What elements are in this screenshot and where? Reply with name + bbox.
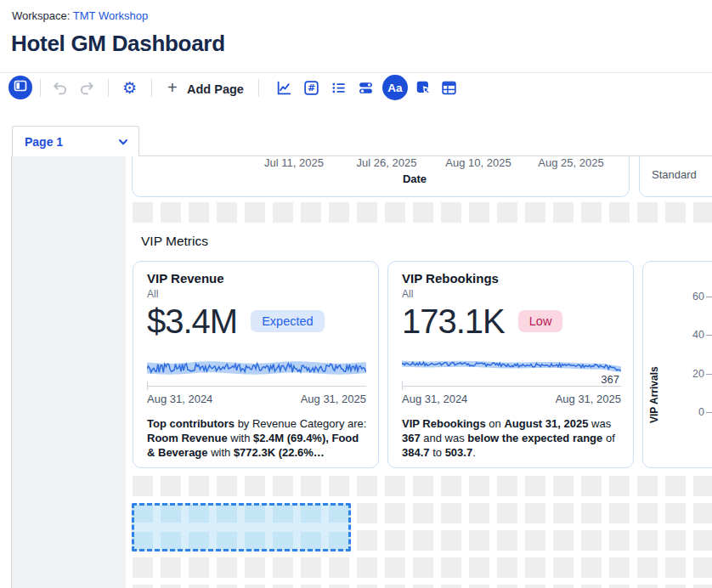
grid-cell — [497, 530, 517, 551]
y-axis-tick-mark — [706, 412, 712, 413]
chart-card-daily-vip-arrivals[interactable]: Daily VIP Arrivals VIP Arrivals 6040200 — [642, 261, 712, 468]
grid-cell — [497, 202, 517, 223]
grid-cell — [497, 503, 517, 523]
date-start: Aug 31, 2024 — [147, 393, 212, 405]
grid-cell — [413, 585, 433, 588]
grid-cell — [609, 202, 630, 223]
grid-cell — [357, 585, 377, 588]
grid-cell — [469, 503, 489, 523]
kpi-value: $3.4M — [147, 302, 237, 341]
grid-cell — [189, 476, 209, 496]
grid-cell — [441, 503, 461, 523]
grid-cell — [441, 476, 461, 496]
grid-cell — [301, 557, 321, 578]
grid-cell — [469, 585, 489, 588]
grid-cell — [553, 202, 574, 223]
grid-cell — [273, 202, 293, 223]
chart-title: Daily VIP Arrivals — [655, 271, 712, 286]
grid-cell — [329, 476, 349, 496]
y-axis-title: VIP Arrivals — [648, 296, 660, 423]
status-badge-low: Low — [518, 310, 563, 332]
grid-cell — [469, 202, 489, 223]
grid-cell — [469, 557, 489, 578]
grid-cell — [189, 557, 209, 578]
grid-cell — [553, 530, 574, 551]
grid-cell — [413, 202, 433, 223]
chevron-down-icon[interactable] — [116, 135, 130, 149]
left-gutter-panel — [12, 156, 126, 588]
grid-cell — [133, 476, 153, 496]
grid-cell — [469, 530, 489, 551]
grid-cell — [357, 476, 377, 496]
y-axis-tick-label: 20 — [675, 368, 704, 380]
kpi-description: VIP Rebookings on August 31, 2025 was 36… — [402, 416, 623, 460]
grid-cell — [637, 202, 658, 223]
grid-cell — [665, 476, 686, 496]
date-end: Aug 31, 2025 — [301, 393, 366, 405]
grid-cell — [329, 202, 349, 223]
grid-cell — [301, 476, 321, 496]
grid-cell — [217, 476, 237, 496]
grid-cell — [553, 585, 574, 588]
grid-cell — [245, 202, 265, 223]
kpi-card-vip-rebookings[interactable]: VIP Rebookings All 173.1K Low 367 Aug 31… — [387, 261, 634, 468]
grid-cell — [693, 503, 712, 523]
last-point-value: 367 — [601, 373, 619, 386]
grid-cell — [693, 530, 712, 551]
grid-cell — [525, 530, 545, 551]
grid-cell — [525, 503, 545, 523]
grid-cell — [385, 476, 405, 496]
status-badge-expected: Expected — [251, 310, 324, 332]
grid-cell — [693, 202, 712, 223]
grid-cell — [637, 557, 658, 578]
grid-cell — [217, 202, 237, 223]
kpi-card-vip-revenue[interactable]: VIP Revenue All $3.4M Expected Aug 31, 2… — [133, 261, 379, 468]
x-axis-tick: Aug 10, 2025 — [445, 156, 511, 169]
grid-cell — [497, 585, 517, 588]
tab-label: Page 1 — [25, 135, 116, 149]
grid-cell — [553, 476, 574, 496]
kpi-subtitle: All — [147, 288, 158, 300]
grid-cell — [245, 557, 265, 578]
grid-cell — [357, 530, 377, 551]
grid-cell — [637, 476, 658, 496]
grid-cell — [273, 476, 293, 496]
grid-cell — [665, 503, 686, 523]
grid-cell — [553, 557, 574, 578]
grid-cell — [525, 476, 545, 496]
x-axis-title: Date — [403, 172, 427, 185]
grid-cell — [357, 202, 377, 223]
grid-cell — [329, 585, 349, 588]
grid-cell — [385, 530, 405, 551]
grid-cell — [581, 585, 602, 588]
date-start: Aug 31, 2024 — [402, 393, 467, 405]
grid-cell — [357, 557, 377, 578]
grid-cell — [609, 585, 630, 588]
kpi-subtitle: All — [402, 288, 413, 300]
grid-cell — [161, 557, 181, 578]
grid-cell — [413, 530, 433, 551]
grid-cell — [245, 476, 265, 496]
grid-cell — [525, 202, 545, 223]
grid-cell — [385, 557, 405, 578]
grid-cell — [637, 585, 658, 588]
x-axis-tick: Jul 26, 2025 — [357, 156, 417, 169]
grid-cell — [665, 202, 686, 223]
tab-bar-underline — [139, 155, 712, 156]
y-axis-tick-label: 0 — [675, 406, 704, 418]
grid-cell — [525, 585, 545, 588]
section-title: VIP Metrics — [141, 234, 208, 249]
grid-cell — [385, 503, 405, 523]
grid-cell — [273, 557, 293, 578]
grid-cell — [553, 503, 574, 523]
sparkline-chart — [147, 359, 366, 380]
grid-cell — [273, 585, 293, 588]
grid-cell — [413, 503, 433, 523]
grid-cell — [609, 503, 630, 523]
grid-cell — [301, 585, 321, 588]
tab-page-1[interactable]: Page 1 — [12, 126, 139, 156]
grid-cell — [609, 557, 630, 578]
selection-rectangle[interactable] — [132, 503, 351, 551]
y-axis-tick-label: 40 — [675, 329, 704, 341]
grid-cell — [441, 557, 461, 578]
